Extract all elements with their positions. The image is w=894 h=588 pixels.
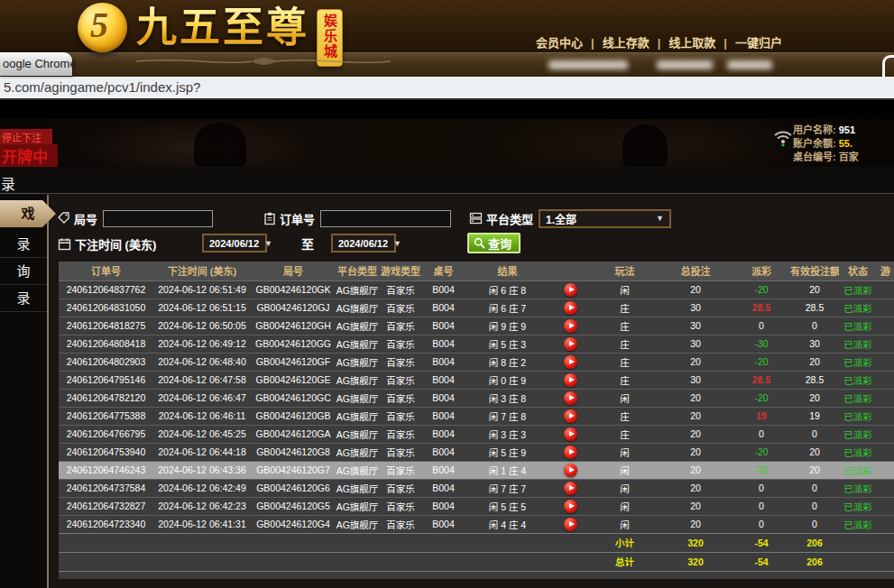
grand-total-label: 总计 [591, 552, 659, 571]
cell: B004 [422, 389, 465, 407]
play-icon[interactable] [564, 319, 577, 333]
top-nav: 会员中心|线上存款|线上取款|一键归户 [532, 33, 786, 51]
table-row[interactable]: 2406120647753882024-06-12 06:46:11GB0042… [59, 407, 894, 425]
address-bar[interactable]: 5.com/agingame/pcv1/index.jsp? [0, 77, 894, 100]
cell-replay [550, 461, 591, 479]
cell-payout: -20 [733, 443, 790, 461]
cell: 百家乐 [379, 425, 422, 443]
cell: 240612064831050 [59, 299, 153, 317]
status-badge: 已派彩 [839, 299, 877, 317]
table-row[interactable]: 2406120647328272024-06-12 06:42:23GB0042… [59, 497, 894, 515]
status-badge: 已派彩 [839, 479, 877, 497]
cell-total-bet: 20 [659, 443, 733, 461]
table-row[interactable]: 2406120648182752024-06-12 06:50:05GB0042… [59, 317, 894, 335]
cell: 2024-06-12 06:49:12 [153, 335, 251, 353]
table-row[interactable]: 2406120647951462024-06-12 06:47:58GB0042… [59, 371, 894, 389]
cell-replay [550, 425, 591, 443]
table-row[interactable]: 2406120647462432024-06-12 06:43:36GB0042… [59, 461, 894, 479]
table-row[interactable]: 2406120648029032024-06-12 06:48:40GB0042… [59, 353, 894, 371]
play-icon[interactable] [564, 283, 577, 297]
play-icon[interactable] [564, 482, 577, 495]
play-icon[interactable] [564, 446, 577, 459]
bet-records-table: 订单号下注时间 (美东)局号平台类型游戏类型桌号结果玩法总投注派彩有效投注额状态… [59, 262, 894, 579]
blurred-balance-text [657, 60, 713, 69]
play-icon[interactable] [564, 518, 577, 531]
site-header: 5 九五至尊 娱乐城 会员中心|线上存款|线上取款|一键归户 [0, 0, 894, 52]
cell-extra [877, 479, 894, 497]
round-number-input[interactable] [103, 210, 213, 227]
cell: 240612064732827 [59, 497, 153, 515]
subtotal-empty [839, 533, 877, 552]
cell-playtype: 庄 [591, 353, 659, 371]
cell-extra [877, 353, 894, 371]
calendar-icon [58, 237, 71, 251]
cell: 闲 1 庄 4 [465, 461, 550, 479]
cell-payout: 0 [733, 425, 790, 443]
cell-payout: 0 [733, 515, 790, 533]
cell-playtype: 闲 [591, 515, 659, 533]
logo-title: 九五至尊 [136, 3, 309, 53]
cell-payout: 0 [733, 479, 790, 497]
table-row[interactable]: 2406120647667952024-06-12 06:45:25GB0042… [59, 425, 894, 443]
sidebar-item-1[interactable]: 戏 [0, 200, 56, 227]
table-row[interactable]: 2406120647539402024-06-12 06:44:18GB0042… [59, 443, 894, 461]
play-icon[interactable] [564, 337, 577, 351]
sidebar-item-4[interactable]: 录 [0, 285, 47, 312]
col-header-13: 状态 [839, 262, 877, 280]
order-number-label: 订单号 [280, 210, 315, 227]
status-badge: 已派彩 [839, 515, 877, 533]
platform-type-value: 1.全部 [546, 211, 576, 226]
cell: 2024-06-12 06:42:23 [153, 497, 251, 515]
play-icon[interactable] [564, 464, 577, 477]
cell: B004 [422, 353, 465, 371]
date-from-value: 2024/06/12 [209, 238, 259, 249]
tag-icon [58, 212, 70, 225]
cell-replay [550, 299, 591, 317]
date-to-select[interactable]: 2024/06/12 ▼ [331, 234, 396, 253]
sidebar-item-3[interactable]: 询 [0, 258, 47, 285]
play-icon[interactable] [564, 500, 577, 513]
cell: 百家乐 [379, 497, 422, 515]
date-from-select[interactable]: 2024/06/12 ▼ [202, 234, 267, 253]
cell: 240612064753940 [59, 443, 153, 461]
platform-type-select[interactable]: 1.全部 ▼ [539, 209, 671, 228]
play-icon[interactable] [564, 373, 577, 387]
wifi-icon [773, 128, 793, 146]
cell-total-bet: 20 [659, 353, 733, 371]
table-row[interactable]: 2406120648084182024-06-12 06:49:12GB0042… [59, 335, 894, 353]
cell-playtype: 闲 [591, 389, 659, 407]
cell: 闲 4 庄 4 [465, 515, 550, 533]
status-badge: 已派彩 [839, 280, 877, 299]
nav-link-2[interactable]: 线上存款 [599, 36, 653, 50]
bet-time-label: 下注时间 (美东) [75, 235, 156, 253]
table-row[interactable]: 2406120648377622024-06-12 06:51:49GB0042… [59, 280, 894, 299]
cell-payout: -20 [733, 461, 790, 479]
cell-replay [550, 497, 591, 515]
nav-link-1[interactable]: 会员中心 [532, 36, 586, 50]
table-row[interactable]: 2406120647821202024-06-12 06:46:47GB0042… [59, 389, 894, 407]
cell-replay [550, 389, 591, 407]
cell-extra [877, 389, 894, 407]
table-row[interactable]: 2406120648310502024-06-12 06:51:15GB0042… [59, 299, 894, 317]
play-icon[interactable] [564, 301, 577, 315]
cell: 240612064782120 [59, 389, 153, 407]
nav-link-4[interactable]: 一键归户 [732, 36, 786, 50]
cell: B004 [422, 461, 465, 479]
play-icon[interactable] [564, 355, 577, 369]
cell-extra [877, 443, 894, 461]
cell-payout: 28.5 [733, 299, 790, 317]
col-header-14: 游 [877, 262, 894, 280]
sidebar-item-2[interactable]: 录 [0, 231, 47, 258]
play-icon[interactable] [564, 409, 577, 423]
play-icon[interactable] [564, 427, 577, 441]
status-badge: 已派彩 [839, 335, 877, 353]
table-row[interactable]: 2406120647375842024-06-12 06:42:49GB0042… [59, 479, 894, 497]
cell: B004 [422, 317, 465, 335]
grand-total-empty [839, 552, 877, 571]
table-row[interactable]: 2406120647233402024-06-12 06:41:31GB0042… [59, 515, 894, 533]
nav-link-3[interactable]: 线上取款 [665, 36, 719, 50]
order-number-input[interactable] [320, 210, 451, 227]
search-button[interactable]: 查询 [467, 233, 521, 253]
play-icon[interactable] [564, 391, 577, 405]
col-header-10: 总投注 [659, 262, 733, 280]
